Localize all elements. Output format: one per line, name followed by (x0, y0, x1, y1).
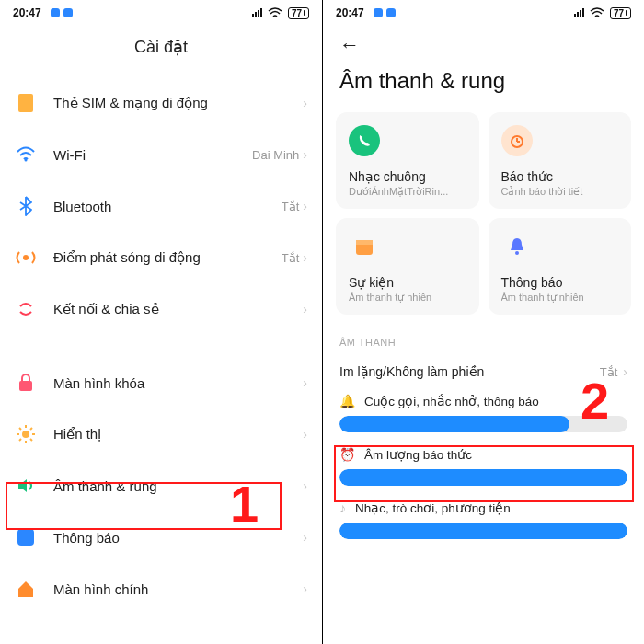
slider-fill (339, 523, 627, 539)
chevron-right-icon: › (303, 427, 307, 442)
clock-icon (501, 125, 533, 156)
chevron-right-icon: › (303, 375, 307, 390)
row-trail: Tắt (600, 365, 618, 379)
row-label: Wi-Fi (53, 147, 252, 163)
app-icon (15, 526, 37, 548)
chevron-right-icon: › (303, 250, 307, 265)
row-label: Hiển thị (53, 426, 303, 443)
wifi-icon (15, 144, 37, 166)
bell-icon: 🔔 (339, 394, 355, 408)
slider-track[interactable] (339, 469, 627, 486)
card-subtitle: Âm thanh tự nhiên (501, 292, 619, 304)
row-trail: Dai Minh (252, 148, 299, 162)
chevron-right-icon: › (303, 581, 307, 596)
messenger-icon (374, 8, 383, 17)
chevron-right-icon: › (303, 478, 307, 493)
row-sound[interactable]: Âm thanh & rung › (15, 460, 307, 512)
row-notif[interactable]: Thông báo › (15, 512, 307, 563)
brightness-icon (15, 423, 37, 445)
row-label: Thẻ SIM & mạng di động (53, 95, 303, 111)
svg-point-1 (25, 159, 28, 162)
back-button[interactable]: ← (323, 26, 644, 61)
battery-icon: 77 (610, 7, 631, 19)
sound-cards: Nhạc chuông DướiÁnhMặtTrờiRin... Báo thứ… (323, 112, 644, 315)
chevron-right-icon: › (303, 302, 307, 316)
battery-icon: 77 (288, 7, 309, 19)
row-label: Màn hình chính (53, 581, 303, 597)
calendar-icon (349, 231, 380, 262)
slider-fill (339, 416, 569, 432)
card-title: Báo thức (501, 169, 619, 184)
settings-pane: 20:47 77 Cài đặt Thẻ SIM & mạng di động … (0, 0, 322, 644)
chevron-right-icon: › (303, 96, 307, 110)
slider-media: ♪ Nhạc, trò chơi, phương tiện (323, 495, 644, 548)
page-title: Âm thanh & rung (323, 61, 644, 112)
lock-icon (15, 372, 37, 394)
signal-icon (574, 8, 584, 17)
status-bar: 20:47 77 (0, 0, 322, 26)
svg-line-10 (30, 439, 32, 441)
slider-track[interactable] (339, 416, 627, 432)
card-ringtone[interactable]: Nhạc chuông DướiÁnhMặtTrờiRin... (336, 112, 479, 209)
slider-label: Âm lượng báo thức (364, 447, 472, 462)
svg-rect-13 (17, 529, 34, 546)
messenger-icon (386, 8, 396, 17)
slider-label: Nhạc, trò chơi, phương tiện (355, 500, 511, 515)
status-time: 20:47 (13, 6, 41, 19)
card-title: Nhạc chuông (349, 169, 466, 184)
bell-icon (501, 231, 533, 262)
row-label: Âm thanh & rung (53, 478, 303, 494)
svg-line-9 (19, 428, 21, 430)
slider-track[interactable] (339, 523, 627, 539)
hotspot-icon (15, 247, 37, 269)
row-dnd[interactable]: Im lặng/Không làm phiền Tắt › (323, 355, 644, 388)
row-display[interactable]: Hiển thị › (15, 408, 307, 460)
card-title: Sự kiện (349, 275, 466, 290)
chevron-right-icon: › (303, 530, 307, 545)
chevron-right-icon: › (303, 199, 307, 213)
speaker-icon (15, 475, 37, 497)
row-share[interactable]: Kết nối & chia sẻ › (15, 283, 307, 335)
settings-list: Thẻ SIM & mạng di động › Wi-Fi Dai Minh … (0, 77, 322, 615)
row-label: Kết nối & chia sẻ (53, 301, 303, 317)
card-subtitle: Cảnh báo thời tiết (501, 186, 619, 198)
card-noti[interactable]: Thông báo Âm thanh tự nhiên (489, 218, 632, 315)
status-time: 20:47 (336, 6, 364, 19)
svg-point-19 (515, 251, 519, 255)
link-icon (15, 298, 37, 320)
svg-line-11 (19, 439, 21, 441)
signal-icon (252, 8, 262, 17)
status-bar: 20:47 77 (323, 0, 644, 26)
row-home[interactable]: Màn hình chính › (15, 563, 307, 615)
card-subtitle: Âm thanh tự nhiên (349, 292, 466, 304)
svg-point-2 (23, 255, 29, 260)
card-alarm[interactable]: Báo thức Cảnh báo thời tiết (489, 112, 632, 209)
row-bluetooth[interactable]: Bluetooth Tắt › (15, 180, 307, 232)
page-title: Cài đặt (0, 26, 322, 77)
svg-rect-0 (18, 94, 33, 112)
row-label: Điểm phát sóng di động (53, 249, 282, 266)
chevron-right-icon: › (303, 147, 307, 162)
home-icon (15, 578, 37, 600)
chevron-right-icon: › (623, 364, 627, 379)
row-wifi[interactable]: Wi-Fi Dai Minh › (15, 129, 307, 180)
row-label: Thông báo (53, 530, 303, 546)
row-lock[interactable]: Màn hình khóa › (15, 357, 307, 408)
row-label: Im lặng/Không làm phiền (339, 364, 600, 379)
section-header: ÂM THANH (323, 315, 644, 355)
row-label: Màn hình khóa (53, 375, 303, 391)
card-event[interactable]: Sự kiện Âm thanh tự nhiên (336, 218, 479, 315)
card-subtitle: DướiÁnhMặtTrờiRin... (349, 186, 466, 198)
bluetooth-icon (15, 195, 37, 217)
phone-icon (349, 125, 380, 156)
svg-rect-18 (356, 240, 373, 245)
slider-label: Cuộc gọi, nhắc nhở, thông báo (364, 394, 539, 408)
slider-fill (339, 469, 627, 486)
slider-call: 🔔 Cuộc gọi, nhắc nhở, thông báo (323, 388, 644, 442)
messenger-icon (63, 8, 73, 17)
messenger-icon (51, 8, 60, 17)
row-sim[interactable]: Thẻ SIM & mạng di động › (15, 77, 307, 129)
slider-alarm: ⏰ Âm lượng báo thức (323, 442, 644, 495)
music-icon: ♪ (339, 500, 346, 515)
row-hotspot[interactable]: Điểm phát sóng di động Tắt › (15, 232, 307, 283)
